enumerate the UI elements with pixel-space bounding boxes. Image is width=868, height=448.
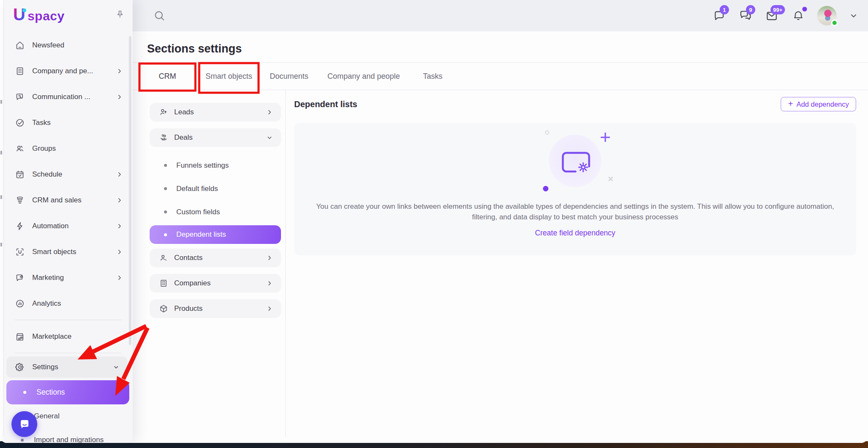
sidebar-item-sections[interactable]: Sections [6,380,129,404]
comments-button[interactable]: 1 [712,8,726,23]
products-icon [159,304,168,313]
bell-icon [792,9,805,22]
uspacy-logo[interactable]: U spacy [13,6,64,23]
panel-header: Dependent lists + Add dependency [294,96,856,113]
sidebar-item-label: Automation [32,222,116,230]
header-actions: 1 9 99+ [712,0,859,31]
chat-bubble-icon [18,418,31,431]
sidebar-item-crm-and-sales[interactable]: CRM and sales [4,187,133,213]
sidebar-item-label: Import and migrations [34,436,103,443]
communication-icon [15,92,25,102]
panel-title: Dependent lists [294,100,357,109]
chevron-right-icon [266,279,273,287]
chevron-right-icon [116,67,123,75]
menu-item-label: Products [174,304,266,313]
group-chats-button[interactable]: 9 [738,8,753,23]
mail-button[interactable]: 99+ [765,8,779,23]
sidebar-item-label: Newsfeed [32,41,123,50]
sidebar-item-label: Sections [36,388,65,397]
profile-menu-chevron[interactable] [849,11,859,21]
sidebar-divider [15,320,122,320]
add-dependency-label: Add dependency [796,100,849,108]
sidebar-item-marketplace[interactable]: Marketplace [4,324,133,349]
sidebar-item-label: Marketing [32,274,116,282]
gear-icon [15,362,25,372]
smart-objects-icon [15,247,25,257]
sidebar-item-settings[interactable]: Settings [6,357,128,378]
menu-item-companies[interactable]: Companies [150,274,281,293]
app-window: 1 9 99+ [0,0,868,448]
marketplace-icon [15,332,25,342]
menu-item-deals[interactable]: Deals [150,128,281,147]
automation-icon [15,221,25,231]
content-divider [285,90,286,437]
bullet-dot [164,164,167,167]
sidebar-item-smart-objects[interactable]: Smart objects [4,239,133,265]
menu-item-leads[interactable]: Leads [150,103,281,122]
sidebar-item-automation[interactable]: Automation [4,213,133,239]
add-dependency-button[interactable]: + Add dependency [781,97,856,111]
dot-decoration [543,186,548,191]
sidebar-nav: Newsfeed Company and pe... Communication… [4,32,133,443]
sidebar-divider [15,353,122,353]
menu-item-dependent-lists[interactable]: Dependent lists [150,225,281,244]
bullet-dot [164,210,167,213]
sidebar-item-label: Smart objects [32,248,116,256]
tab-smart-objects[interactable]: Smart objects [199,63,259,90]
logo-letter: U [13,6,25,23]
sidebar-logo-row: U spacy [13,5,127,24]
chevron-right-icon [266,108,273,116]
menu-item-custom-fields[interactable]: Custom fields [150,200,281,224]
sidebar-item-groups[interactable]: Groups [4,136,133,161]
menu-item-label: Funnels settings [176,161,229,170]
deals-icon [159,133,168,142]
plus-decoration-icon: + [600,128,611,147]
tab-company-and-people[interactable]: Company and people [322,63,405,90]
search-button[interactable] [153,9,167,22]
ring-decoration [545,130,549,135]
menu-item-label: Leads [174,108,266,116]
menu-item-default-fields[interactable]: Default fields [150,177,281,200]
sidebar-item-label: Company and pe... [32,67,116,75]
sidebar-item-newsfeed[interactable]: Newsfeed [4,32,133,58]
menu-item-products[interactable]: Products [150,299,281,318]
sidebar-scrollbar[interactable] [129,36,131,345]
cross-decoration-icon: × [608,174,613,184]
tab-documents[interactable]: Documents [262,63,316,90]
sidebar-item-company-and-people[interactable]: Company and pe... [4,58,133,84]
sidebar-item-marketing[interactable]: Marketing [4,265,133,290]
app-surface: 1 9 99+ [0,0,868,443]
chevron-right-icon [116,248,123,256]
menu-item-funnels-settings[interactable]: Funnels settings [150,154,281,177]
notifications-button[interactable] [791,8,805,23]
sidebar-item-schedule[interactable]: Schedule [4,161,133,187]
tab-tasks[interactable]: Tasks [413,63,452,90]
page-title: Sections settings [147,42,242,55]
menu-item-contacts[interactable]: Contacts [150,249,281,267]
search-icon [153,9,167,22]
empty-state-illustration: + × [549,135,601,187]
top-header: 1 9 99+ [133,0,868,31]
pin-sidebar-button[interactable] [113,8,127,21]
chevron-right-icon [116,196,123,204]
sidebar-item-communication[interactable]: Communication ... [4,84,133,110]
empty-state-text: You can create your own links between el… [310,201,840,222]
create-field-dependency-link[interactable]: Create field dependency [294,229,856,238]
sidebar-item-analytics[interactable]: Analytics [4,290,133,316]
pin-icon [115,9,125,19]
marketing-icon [15,273,25,283]
menu-item-label: Default fields [176,185,218,193]
sidebar-item-tasks[interactable]: Tasks [4,110,133,136]
chevron-down-icon [112,363,120,371]
logo-text: spacy [28,9,65,23]
user-avatar[interactable] [817,6,837,25]
support-chat-button[interactable] [11,411,37,437]
menu-item-label: Contacts [174,254,266,262]
chevron-right-icon [116,171,123,178]
sidebar-item-label: Tasks [32,119,123,127]
sidebar-item-label: Marketplace [32,332,123,341]
tab-crm[interactable]: CRM [139,63,195,90]
contacts-icon [159,253,168,263]
sidebar-item-label: Schedule [32,170,116,179]
comments-badge: 1 [720,5,729,14]
